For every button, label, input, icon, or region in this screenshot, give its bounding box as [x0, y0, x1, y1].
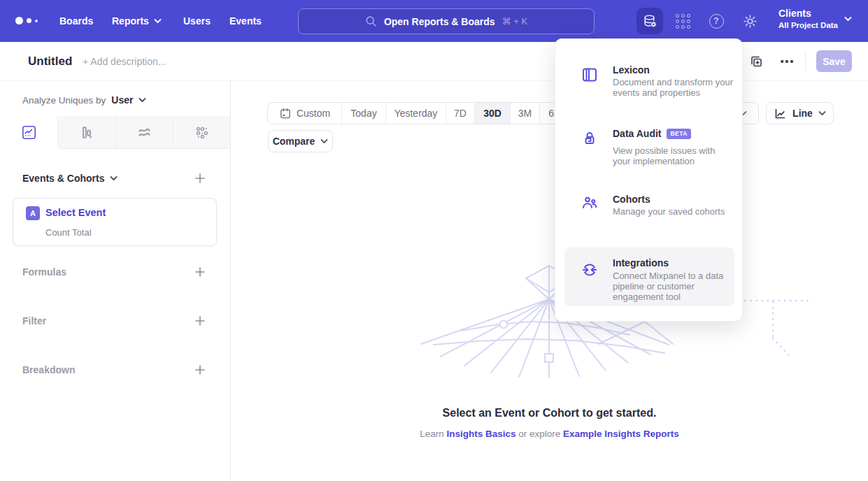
lexicon-icon — [581, 66, 599, 84]
event-metric-label[interactable]: Count Total — [45, 227, 92, 238]
menu-item-lexicon[interactable]: Lexicon Document and transform your even… — [555, 60, 744, 106]
add-formula-button[interactable] — [193, 265, 207, 279]
menu-item-description: Manage your saved cohorts — [613, 206, 746, 217]
tab-flow-chart[interactable] — [115, 116, 173, 149]
tab-metric-grid[interactable] — [173, 116, 230, 149]
add-breakdown-button[interactable] — [193, 363, 207, 377]
mixpanel-insights-page: Boards Reports Users Events Open Reports… — [0, 0, 868, 481]
empty-state-hint: Learn Insights Basics or explore Example… — [231, 429, 868, 439]
breakdown-section-label: Breakdown — [22, 364, 75, 375]
gear-icon — [742, 13, 758, 29]
chevron-down-icon[interactable] — [110, 175, 118, 181]
calendar-icon — [279, 107, 292, 120]
range-3m[interactable]: 3M — [511, 103, 540, 124]
apps-grid-button[interactable] — [669, 8, 696, 34]
events-cohorts-label[interactable]: Events & Cohorts — [22, 173, 104, 184]
nav-users[interactable]: Users — [183, 0, 211, 42]
plus-icon — [194, 173, 206, 184]
duplicate-button[interactable] — [748, 54, 765, 71]
compare-label: Compare — [273, 136, 315, 147]
event-series-badge: A — [26, 206, 40, 220]
more-options-button[interactable]: ••• — [776, 52, 799, 71]
hint-middle: or explore — [518, 429, 560, 439]
tab-bar-chart[interactable] — [57, 116, 115, 149]
top-navbar: Boards Reports Users Events Open Reports… — [0, 0, 868, 42]
menu-item-description: Document and transform your events and p… — [613, 77, 733, 98]
nav-reports[interactable]: Reports — [112, 0, 162, 42]
filter-section-label: Filter — [22, 315, 46, 326]
menu-item-integrations[interactable]: Integrations Connect Mixpanel to a data … — [555, 252, 744, 303]
chart-type-button[interactable]: Line — [766, 102, 834, 124]
menu-item-description: View possible issues with your implement… — [613, 145, 733, 166]
chevron-down-icon — [154, 18, 162, 24]
header-divider — [805, 52, 806, 71]
analyze-value: User — [111, 94, 133, 106]
duplicate-icon — [748, 54, 764, 69]
range-7d[interactable]: 7D — [446, 103, 475, 124]
hint-prefix: Learn — [420, 429, 444, 439]
nav-boards[interactable]: Boards — [59, 0, 93, 42]
menu-item-description: Connect Mixpanel to a data pipeline or c… — [613, 271, 733, 302]
menu-item-title: Integrations — [613, 257, 669, 268]
metric-grid-tab-icon — [194, 124, 210, 141]
query-sidebar: Analyze Uniques by User — [0, 81, 231, 481]
chevron-down-icon — [320, 138, 328, 144]
event-row-select-event[interactable]: A Select Event Count Total — [13, 198, 217, 246]
grid-dots-icon — [676, 14, 690, 29]
analyze-uniques-selector[interactable]: Analyze Uniques by User — [22, 94, 146, 106]
plus-icon — [194, 364, 206, 375]
range-custom[interactable]: Custom — [268, 103, 342, 124]
chevron-down-icon — [844, 16, 852, 22]
beta-badge: BETA — [667, 129, 691, 139]
menu-item-title: Lexicon — [613, 64, 650, 76]
select-event-label[interactable]: Select Event — [45, 207, 106, 218]
add-event-button[interactable] — [193, 171, 207, 185]
tab-line-chart[interactable] — [0, 116, 57, 149]
line-chart-tab-icon — [21, 124, 37, 141]
data-audit-icon — [581, 130, 599, 148]
range-today[interactable]: Today — [342, 103, 386, 124]
menu-item-title: Data AuditBETA — [613, 128, 691, 139]
project-selector[interactable]: Clients All Project Data — [778, 7, 838, 31]
chart-type-label: Line — [792, 108, 813, 119]
flow-chart-tab-icon — [136, 124, 152, 141]
insights-basics-link[interactable]: Insights Basics — [446, 429, 515, 439]
range-30d-selected[interactable]: 30D — [475, 103, 511, 124]
add-description-field[interactable]: + Add description... — [83, 56, 166, 67]
chevron-down-icon — [818, 110, 826, 116]
plus-icon — [194, 315, 206, 326]
formulas-section-label: Formulas — [22, 266, 66, 278]
report-title[interactable]: Untitled — [28, 55, 72, 69]
data-management-button[interactable] — [636, 8, 663, 34]
events-cohorts-header: Events & Cohorts — [22, 173, 118, 184]
menu-item-cohorts[interactable]: Cohorts Manage your saved cohorts — [555, 189, 744, 224]
global-search-input[interactable]: Open Reports & Boards ⌘ + K — [298, 8, 595, 34]
save-button[interactable]: Save — [816, 50, 852, 72]
menu-item-data-audit[interactable]: Data AuditBETA View possible issues with… — [555, 123, 744, 169]
chevron-down-icon — [138, 97, 146, 103]
plus-icon — [194, 266, 206, 278]
example-reports-link[interactable]: Example Insights Reports — [563, 429, 679, 439]
mixpanel-logo-icon[interactable] — [15, 17, 38, 24]
chart-type-tabs — [0, 116, 230, 149]
analyze-label: Analyze Uniques by — [22, 95, 106, 106]
compare-button[interactable]: Compare — [268, 130, 333, 152]
add-filter-button[interactable] — [193, 314, 207, 328]
search-placeholder: Open Reports & Boards — [384, 16, 495, 27]
project-scope: All Project Data — [778, 20, 838, 31]
search-shortcut: ⌘ + K — [502, 16, 528, 27]
integrations-icon — [581, 261, 599, 279]
help-button[interactable]: ? — [703, 8, 730, 34]
range-yesterday[interactable]: Yesterday — [386, 103, 446, 124]
line-chart-icon — [774, 107, 787, 120]
database-gear-icon — [642, 13, 658, 29]
nav-events[interactable]: Events — [229, 0, 262, 42]
help-icon: ? — [709, 14, 724, 29]
settings-button[interactable] — [737, 8, 763, 34]
data-management-menu: Lexicon Document and transform your even… — [555, 38, 743, 322]
menu-item-title: Cohorts — [613, 194, 650, 205]
cohorts-icon — [581, 194, 599, 212]
search-icon — [365, 15, 377, 27]
project-name: Clients — [778, 7, 838, 20]
empty-state-title: Select an Event or Cohort to get started… — [231, 407, 868, 419]
